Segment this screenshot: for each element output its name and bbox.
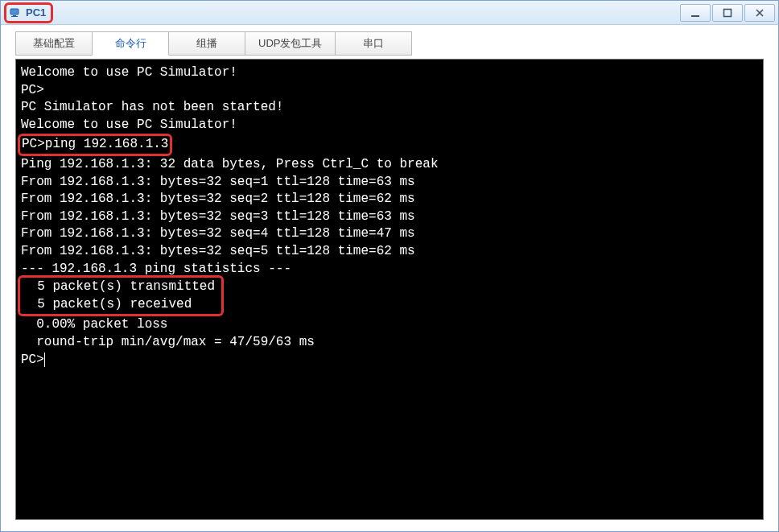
title-highlight: PC1 — [4, 2, 53, 23]
app-icon — [10, 6, 23, 19]
tab-command-line[interactable]: 命令行 — [92, 31, 169, 56]
maximize-button[interactable] — [712, 4, 743, 22]
content-area: Welcome to use PC Simulator!PC>PC Simula… — [1, 56, 778, 531]
terminal-line: Welcome to use PC Simulator! — [21, 117, 758, 134]
svg-rect-0 — [10, 9, 19, 14]
stats-rx: 5 packet(s) received — [22, 296, 215, 314]
terminal-line: 0.00% packet loss — [21, 316, 758, 334]
terminal[interactable]: Welcome to use PC Simulator!PC>PC Simula… — [15, 59, 764, 520]
stats-tx: 5 packet(s) transmitted — [22, 278, 215, 296]
tab-multicast[interactable]: 组播 — [168, 31, 245, 56]
terminal-line: 5 packet(s) transmitted 5 packet(s) rece… — [21, 278, 758, 316]
tabbar: 基础配置 命令行 组播 UDP发包工具 串口 — [1, 25, 778, 56]
window-title: PC1 — [26, 6, 46, 19]
terminal-line: Ping 192.168.1.3: 32 data bytes, Press C… — [21, 156, 758, 174]
ping-command-highlight: PC>ping 192.168.1.3 — [18, 134, 172, 156]
prompt-text: PC> — [21, 353, 44, 367]
window-controls — [680, 4, 775, 22]
svg-rect-3 — [691, 15, 699, 17]
terminal-line: round-trip min/avg/max = 47/59/63 ms — [21, 334, 758, 352]
terminal-line: From 192.168.1.3: bytes=32 seq=2 ttl=128… — [21, 191, 758, 208]
terminal-prompt: PC> — [21, 82, 758, 100]
terminal-line: Welcome to use PC Simulator! — [21, 64, 758, 82]
terminal-line: From 192.168.1.3: bytes=32 seq=1 ttl=128… — [21, 174, 758, 192]
terminal-line: PC>ping 192.168.1.3 — [21, 134, 758, 156]
ping-stats-highlight: 5 packet(s) transmitted 5 packet(s) rece… — [18, 275, 224, 316]
app-window: PC1 基础配置 命令行 组播 UDP发包工具 串口 Welcome to us… — [0, 0, 779, 532]
titlebar[interactable]: PC1 — [1, 1, 778, 25]
terminal-line: From 192.168.1.3: bytes=32 seq=4 ttl=128… — [21, 225, 758, 243]
tab-serial[interactable]: 串口 — [335, 31, 412, 56]
tab-basic-config[interactable]: 基础配置 — [15, 31, 93, 56]
svg-rect-2 — [11, 16, 18, 17]
minimize-button[interactable] — [680, 4, 711, 22]
cursor-icon — [44, 353, 45, 367]
terminal-line: From 192.168.1.3: bytes=32 seq=5 ttl=128… — [21, 243, 758, 261]
terminal-line: PC Simulator has not been started! — [21, 99, 758, 117]
svg-rect-1 — [13, 15, 16, 16]
terminal-line: From 192.168.1.3: bytes=32 seq=3 ttl=128… — [21, 208, 758, 226]
tab-udp-tool[interactable]: UDP发包工具 — [245, 31, 336, 56]
terminal-prompt: PC> — [21, 352, 758, 369]
close-button[interactable] — [744, 4, 775, 22]
svg-rect-4 — [724, 9, 732, 16]
